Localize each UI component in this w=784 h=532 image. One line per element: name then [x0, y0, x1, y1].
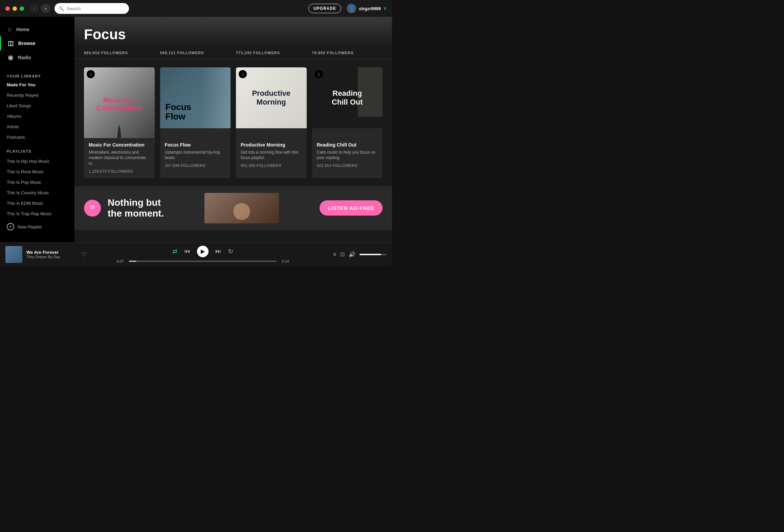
sidebar-item-radio[interactable]: ◉ Radio: [0, 50, 74, 65]
time-total: 2:14: [280, 259, 291, 263]
progress-bar[interactable]: [129, 261, 277, 262]
search-bar[interactable]: 🔍: [55, 3, 129, 14]
time-current: 0:07: [115, 259, 126, 263]
next-button[interactable]: ⏭: [215, 248, 221, 255]
playlist-card-img-focus-flow: ♫ FocusFlow: [160, 67, 231, 138]
radio-icon: ◉: [8, 54, 13, 61]
concentration-title-overlay: Music ForConcentration: [93, 90, 146, 115]
browse-icon: ◫: [8, 40, 14, 47]
playlist-card-reading-chill[interactable]: ♫ ReadingChill Out Reading Chill Out Cal…: [312, 67, 383, 178]
spotify-logo-icon-4: ♫: [317, 71, 321, 77]
sidebar-item-made-for-you[interactable]: Made For You: [0, 81, 74, 90]
playlist-card-img-concentration: ♫ Music ForConcentration: [84, 67, 155, 138]
search-icon: 🔍: [59, 6, 64, 11]
sidebar-item-albums[interactable]: Albums: [0, 111, 74, 121]
sidebar-item-recently-played[interactable]: Recently Played: [0, 90, 74, 101]
chill-window: [358, 67, 383, 117]
ad-spotify-logo: [84, 200, 101, 217]
sidebar-item-traprap[interactable]: This Is Trap Rap Music: [0, 208, 74, 219]
plus-circle-icon: +: [7, 223, 14, 230]
ad-banner: Nothing but the moment. LISTEN AD-FREE: [74, 186, 392, 230]
nav-arrows: ‹ ›: [29, 4, 50, 13]
sidebar-item-country[interactable]: This Is Country Music: [0, 187, 74, 198]
main-content: Focus 560,916 FOLLOWERS 588,121 FOLLOWER…: [74, 17, 392, 242]
volume-fill: [360, 254, 381, 255]
ad-text-line1: Nothing but: [108, 197, 164, 208]
previous-button[interactable]: ⏮: [184, 248, 190, 255]
avatar: 👤: [347, 4, 356, 13]
progress-row: 0:07 2:14: [115, 259, 291, 263]
playlist-name-reading-chill: Reading Chill Out: [317, 142, 378, 148]
shuffle-button[interactable]: ⇄: [172, 248, 177, 255]
user-info[interactable]: 👤 strgzr9999 ∨: [347, 4, 387, 13]
window-light: [202, 67, 231, 128]
player-right: ≡ ⊡ 🔊: [319, 251, 387, 258]
devices-button[interactable]: ⊡: [340, 251, 345, 258]
player-artist-name: They Dream By Day: [26, 255, 77, 259]
sidebar-item-artists[interactable]: Artists: [0, 121, 74, 132]
playlist-name-productive-morning: Productive Morning: [241, 142, 302, 148]
sidebar-item-home[interactable]: ⌂ Home: [0, 22, 74, 36]
chevron-down-icon: ∨: [384, 6, 387, 11]
player-bar: We Are Forever They Dream By Day ♡ ⇄ ⏮ ▶…: [0, 242, 392, 266]
player-buttons: ⇄ ⏮ ▶ ⏭ ↻: [172, 246, 233, 257]
new-playlist-button[interactable]: + New Playlist: [0, 220, 74, 233]
sidebar-item-edm[interactable]: This Is EDM Music: [0, 198, 74, 208]
follower-count-1: 560,916 FOLLOWERS: [84, 51, 155, 55]
playlist-desc-focus-flow: Uptempto instrumental hip-hop beats.: [165, 150, 226, 161]
playlist-card-concentration[interactable]: ♫ Music ForConcentration Music For Conce…: [84, 67, 155, 178]
page-title: Focus: [84, 26, 383, 43]
ad-image: [204, 193, 279, 223]
sidebar-radio-label: Radio: [18, 55, 31, 60]
listen-ad-free-button[interactable]: LISTEN AD-FREE: [320, 200, 383, 216]
playlist-card-img-productive-morning: ♫ ProductiveMorning: [236, 67, 307, 138]
player-track-info: We Are Forever They Dream By Day ♡: [5, 246, 87, 263]
playlist-card-info-concentration: Music For Concentration Minimalism, elec…: [84, 138, 155, 178]
playlist-card-productive-morning[interactable]: ♫ ProductiveMorning Productive Morning G…: [236, 67, 307, 178]
volume-icon[interactable]: 🔊: [349, 251, 355, 258]
sidebar-item-browse[interactable]: ◫ Browse: [0, 36, 74, 50]
repeat-button[interactable]: ↻: [228, 248, 233, 255]
heart-icon[interactable]: ♡: [81, 251, 87, 258]
ad-text-line2: the moment.: [108, 208, 164, 219]
silhouette-decoration: [116, 125, 123, 138]
playlist-card-info-productive-morning: Productive Morning Get into a morning fl…: [236, 138, 307, 173]
spotify-badge-4: ♫: [315, 70, 323, 78]
playlist-card-focus-flow[interactable]: ♫ FocusFlow Focus Flow Uptempto instrume…: [160, 67, 231, 178]
follower-count-4: 79,950 FOLLOWERS: [312, 51, 383, 55]
player-track-text: We Are Forever They Dream By Day: [26, 250, 77, 259]
playlist-followers-productive-morning: 452,355 FOLLOWERS: [241, 163, 302, 168]
sidebar-item-rock[interactable]: This Is Rock Music: [0, 167, 74, 177]
sidebar-item-pop[interactable]: This Is Pop Music: [0, 177, 74, 187]
close-button[interactable]: [5, 6, 10, 11]
svg-point-0: [88, 203, 97, 213]
playlist-name-concentration: Music For Concentration: [89, 142, 150, 148]
titlebar-right: UPGRADE 👤 strgzr9999 ∨: [308, 4, 387, 13]
upgrade-button[interactable]: UPGRADE: [308, 4, 341, 13]
playlist-followers-concentration: 1,159,673 FOLLOWERS: [89, 169, 150, 173]
app-body: ⌂ Home ◫ Browse ◉ Radio YOUR LIBRARY Mad…: [0, 17, 392, 242]
nav-back-button[interactable]: ‹: [29, 4, 39, 13]
content-header: Focus: [74, 17, 392, 47]
sidebar-item-hiphop[interactable]: This Is Hip Hop Music: [0, 156, 74, 167]
play-pause-button[interactable]: ▶: [197, 246, 209, 257]
username-label: strgzr9999: [359, 6, 381, 11]
spotify-logo-icon-1: ♫: [89, 71, 93, 77]
volume-bar[interactable]: [360, 254, 387, 255]
playlist-followers-reading-chill: 322,814 FOLLOWERS: [317, 163, 378, 168]
new-playlist-label: New Playlist: [18, 224, 42, 229]
sidebar-item-liked-songs[interactable]: Liked Songs: [0, 101, 74, 111]
ad-text: Nothing but the moment.: [108, 197, 164, 219]
sidebar-nav: ⌂ Home ◫ Browse ◉ Radio: [0, 17, 74, 67]
playlist-name-focus-flow: Focus Flow: [165, 142, 226, 148]
library-section-title: YOUR LIBRARY: [0, 67, 74, 81]
queue-button[interactable]: ≡: [333, 251, 336, 258]
search-input[interactable]: [67, 6, 125, 11]
minimize-button[interactable]: [13, 6, 17, 11]
maximize-button[interactable]: [20, 6, 24, 11]
sidebar-item-podcasts[interactable]: Podcasts: [0, 132, 74, 142]
productive-morning-text: ProductiveMorning: [246, 84, 296, 112]
nav-forward-button[interactable]: ›: [41, 4, 50, 13]
playlist-card-info-focus-flow: Focus Flow Uptempto instrumental hip-hop…: [160, 138, 231, 173]
playlists-grid: ♫ Music ForConcentration Music For Conce…: [74, 59, 392, 186]
